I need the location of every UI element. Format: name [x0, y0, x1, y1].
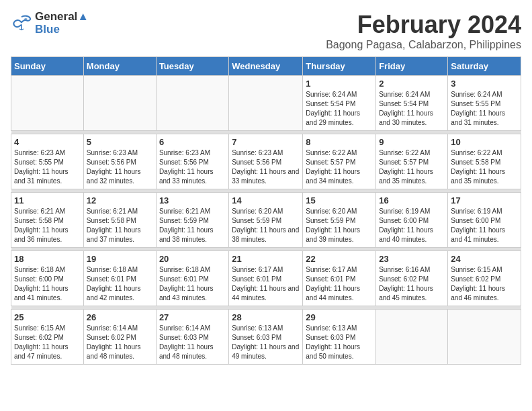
day-info: Sunrise: 6:21 AMSunset: 5:59 PMDaylight:…: [159, 208, 214, 243]
day-info: Sunrise: 6:20 AMSunset: 5:59 PMDaylight:…: [232, 208, 299, 243]
day-info: Sunrise: 6:20 AMSunset: 5:59 PMDaylight:…: [306, 208, 360, 243]
calendar-week-1: 1 Sunrise: 6:24 AMSunset: 5:54 PMDayligh…: [11, 76, 521, 131]
day-number: 9: [379, 137, 445, 147]
day-number: 14: [232, 195, 300, 205]
calendar-cell: 11 Sunrise: 6:21 AMSunset: 5:58 PMDaylig…: [11, 193, 84, 248]
calendar-cell: 14 Sunrise: 6:20 AMSunset: 5:59 PMDaylig…: [229, 193, 303, 248]
page-container: General▲ Blue February 2024 Bagong Pagas…: [11, 11, 521, 365]
calendar-header-monday: Monday: [83, 57, 156, 76]
day-number: 26: [87, 312, 153, 322]
day-number: 17: [451, 195, 518, 205]
calendar-cell: 5 Sunrise: 6:23 AMSunset: 5:56 PMDayligh…: [83, 134, 156, 189]
day-number: 28: [232, 312, 300, 322]
logo: General▲ Blue: [11, 11, 89, 36]
calendar-cell: 7 Sunrise: 6:23 AMSunset: 5:56 PMDayligh…: [229, 134, 303, 189]
day-info: Sunrise: 6:18 AMSunset: 6:01 PMDaylight:…: [87, 266, 141, 302]
day-info: Sunrise: 6:17 AMSunset: 6:01 PMDaylight:…: [306, 266, 360, 302]
day-info: Sunrise: 6:13 AMSunset: 6:03 PMDaylight:…: [232, 324, 299, 360]
calendar-cell: [376, 310, 448, 365]
day-number: 1: [306, 79, 373, 89]
day-info: Sunrise: 6:22 AMSunset: 5:57 PMDaylight:…: [379, 149, 433, 185]
day-number: 29: [306, 312, 373, 322]
calendar-header-saturday: Saturday: [448, 57, 521, 76]
calendar-cell: 13 Sunrise: 6:21 AMSunset: 5:59 PMDaylig…: [156, 193, 228, 248]
day-number: 13: [159, 195, 226, 205]
calendar-cell: 25 Sunrise: 6:15 AMSunset: 6:02 PMDaylig…: [11, 310, 84, 365]
day-info: Sunrise: 6:21 AMSunset: 5:58 PMDaylight:…: [14, 208, 69, 243]
calendar-cell: 21 Sunrise: 6:17 AMSunset: 6:01 PMDaylig…: [229, 251, 303, 306]
calendar-cell: 20 Sunrise: 6:18 AMSunset: 6:01 PMDaylig…: [156, 251, 228, 306]
calendar-header-wednesday: Wednesday: [229, 57, 303, 76]
day-info: Sunrise: 6:18 AMSunset: 6:00 PMDaylight:…: [14, 266, 69, 302]
day-info: Sunrise: 6:23 AMSunset: 5:56 PMDaylight:…: [159, 149, 214, 185]
calendar-cell: 28 Sunrise: 6:13 AMSunset: 6:03 PMDaylig…: [229, 310, 303, 365]
calendar-cell: [156, 76, 228, 131]
day-info: Sunrise: 6:22 AMSunset: 5:58 PMDaylight:…: [451, 149, 505, 185]
day-number: 6: [159, 137, 226, 147]
title-section: February 2024 Bagong Pagasa, Calabarzon,…: [326, 11, 521, 51]
calendar-header-thursday: Thursday: [303, 57, 376, 76]
calendar-header-row: SundayMondayTuesdayWednesdayThursdayFrid…: [11, 57, 521, 76]
day-info: Sunrise: 6:19 AMSunset: 6:00 PMDaylight:…: [379, 208, 433, 243]
day-number: 16: [379, 195, 445, 205]
logo-text: General▲ Blue: [35, 11, 89, 36]
calendar-week-5: 25 Sunrise: 6:15 AMSunset: 6:02 PMDaylig…: [11, 310, 521, 365]
day-info: Sunrise: 6:23 AMSunset: 5:56 PMDaylight:…: [232, 149, 299, 185]
day-info: Sunrise: 6:15 AMSunset: 6:02 PMDaylight:…: [14, 324, 69, 360]
day-number: 21: [232, 254, 300, 264]
day-number: 12: [87, 195, 153, 205]
calendar-cell: 10 Sunrise: 6:22 AMSunset: 5:58 PMDaylig…: [448, 134, 521, 189]
calendar-cell: 2 Sunrise: 6:24 AMSunset: 5:54 PMDayligh…: [376, 76, 448, 131]
day-info: Sunrise: 6:15 AMSunset: 6:02 PMDaylight:…: [451, 266, 505, 302]
calendar-cell: 8 Sunrise: 6:22 AMSunset: 5:57 PMDayligh…: [303, 134, 376, 189]
day-number: 7: [232, 137, 300, 147]
day-number: 3: [451, 79, 518, 89]
calendar-week-4: 18 Sunrise: 6:18 AMSunset: 6:00 PMDaylig…: [11, 251, 521, 306]
calendar-cell: 23 Sunrise: 6:16 AMSunset: 6:02 PMDaylig…: [376, 251, 448, 306]
calendar-cell: 16 Sunrise: 6:19 AMSunset: 6:00 PMDaylig…: [376, 193, 448, 248]
day-info: Sunrise: 6:24 AMSunset: 5:55 PMDaylight:…: [451, 91, 505, 126]
calendar-cell: 24 Sunrise: 6:15 AMSunset: 6:02 PMDaylig…: [448, 251, 521, 306]
calendar-cell: 19 Sunrise: 6:18 AMSunset: 6:01 PMDaylig…: [83, 251, 156, 306]
day-info: Sunrise: 6:24 AMSunset: 5:54 PMDaylight:…: [379, 91, 433, 126]
day-info: Sunrise: 6:22 AMSunset: 5:57 PMDaylight:…: [306, 149, 360, 185]
calendar-cell: 17 Sunrise: 6:19 AMSunset: 6:00 PMDaylig…: [448, 193, 521, 248]
calendar-cell: [448, 310, 521, 365]
subtitle: Bagong Pagasa, Calabarzon, Philippines: [326, 39, 521, 51]
day-info: Sunrise: 6:14 AMSunset: 6:03 PMDaylight:…: [159, 324, 214, 360]
day-number: 24: [451, 254, 518, 264]
day-info: Sunrise: 6:19 AMSunset: 6:00 PMDaylight:…: [451, 208, 505, 243]
header: General▲ Blue February 2024 Bagong Pagas…: [11, 11, 521, 51]
calendar-cell: 18 Sunrise: 6:18 AMSunset: 6:00 PMDaylig…: [11, 251, 84, 306]
calendar-table: SundayMondayTuesdayWednesdayThursdayFrid…: [11, 56, 521, 365]
calendar-cell: 29 Sunrise: 6:13 AMSunset: 6:03 PMDaylig…: [303, 310, 376, 365]
day-number: 8: [306, 137, 373, 147]
day-number: 19: [87, 254, 153, 264]
calendar-cell: 9 Sunrise: 6:22 AMSunset: 5:57 PMDayligh…: [376, 134, 448, 189]
calendar-cell: 4 Sunrise: 6:23 AMSunset: 5:55 PMDayligh…: [11, 134, 84, 189]
calendar-cell: 3 Sunrise: 6:24 AMSunset: 5:55 PMDayligh…: [448, 76, 521, 131]
day-info: Sunrise: 6:23 AMSunset: 5:56 PMDaylight:…: [87, 149, 141, 185]
day-number: 20: [159, 254, 226, 264]
day-number: 27: [159, 312, 226, 322]
day-info: Sunrise: 6:23 AMSunset: 5:55 PMDaylight:…: [14, 149, 69, 185]
calendar-header-tuesday: Tuesday: [156, 57, 228, 76]
logo-icon: [11, 13, 32, 34]
calendar-cell: 26 Sunrise: 6:14 AMSunset: 6:02 PMDaylig…: [83, 310, 156, 365]
calendar-cell: 1 Sunrise: 6:24 AMSunset: 5:54 PMDayligh…: [303, 76, 376, 131]
calendar-cell: [229, 76, 303, 131]
calendar-cell: 27 Sunrise: 6:14 AMSunset: 6:03 PMDaylig…: [156, 310, 228, 365]
calendar-cell: 22 Sunrise: 6:17 AMSunset: 6:01 PMDaylig…: [303, 251, 376, 306]
day-number: 15: [306, 195, 373, 205]
day-info: Sunrise: 6:14 AMSunset: 6:02 PMDaylight:…: [87, 324, 141, 360]
day-number: 5: [87, 137, 153, 147]
day-info: Sunrise: 6:13 AMSunset: 6:03 PMDaylight:…: [306, 324, 360, 360]
calendar-cell: 12 Sunrise: 6:21 AMSunset: 5:58 PMDaylig…: [83, 193, 156, 248]
day-number: 25: [14, 312, 81, 322]
day-number: 18: [14, 254, 81, 264]
day-number: 2: [379, 79, 445, 89]
day-number: 4: [14, 137, 81, 147]
day-info: Sunrise: 6:17 AMSunset: 6:01 PMDaylight:…: [232, 266, 299, 302]
calendar-cell: [83, 76, 156, 131]
day-info: Sunrise: 6:24 AMSunset: 5:54 PMDaylight:…: [306, 91, 360, 126]
